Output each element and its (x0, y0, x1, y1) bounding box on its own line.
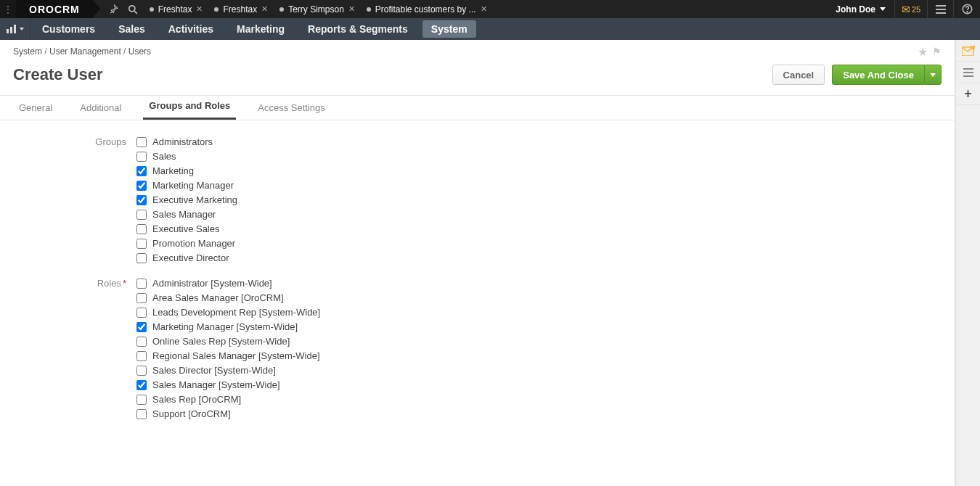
svg-line-1 (134, 10, 137, 13)
role-item[interactable]: Marketing Manager [System-Wide] (136, 321, 320, 332)
role-checkbox[interactable] (136, 380, 147, 390)
brand-logo[interactable]: OROCRM (16, 0, 93, 18)
open-tab[interactable]: Terry Simpson✕ (275, 0, 359, 18)
tab-label: Freshtax (158, 4, 192, 15)
role-label: Area Sales Manager [OroCRM] (152, 292, 284, 303)
group-item[interactable]: Marketing (136, 165, 237, 176)
svg-rect-3 (936, 9, 946, 10)
svg-rect-14 (963, 75, 973, 77)
svg-rect-12 (963, 68, 973, 70)
main-menu-item[interactable]: Customers (30, 23, 107, 35)
user-menu[interactable]: John Doe (827, 0, 894, 18)
group-item[interactable]: Executive Sales (136, 223, 237, 234)
role-checkbox[interactable] (136, 351, 147, 361)
hamburger-icon[interactable] (928, 0, 954, 18)
close-icon[interactable]: ✕ (196, 4, 203, 14)
page-tab[interactable]: General (13, 102, 58, 120)
role-item[interactable]: Online Sales Rep [System-Wide] (136, 336, 320, 347)
help-icon[interactable] (954, 0, 980, 18)
breadcrumb-link[interactable]: User Management (49, 46, 121, 57)
close-icon[interactable]: ✕ (481, 4, 487, 14)
save-dropdown-button[interactable] (924, 65, 942, 85)
group-label: Marketing Manager (152, 180, 234, 191)
main-menu-item[interactable]: Activities (157, 23, 225, 35)
close-icon[interactable]: ✕ (348, 4, 355, 14)
breadcrumb[interactable]: System / User Management / Users (13, 46, 151, 57)
required-marker: * (123, 278, 126, 289)
role-item[interactable]: Administrator [System-Wide] (136, 278, 320, 289)
group-checkbox[interactable] (136, 224, 147, 234)
role-item[interactable]: Leads Development Rep [System-Wide] (136, 307, 320, 318)
group-checkbox[interactable] (136, 137, 147, 147)
main-menu: CustomersSalesActivitiesMarketingReports… (0, 18, 980, 40)
role-checkbox[interactable] (136, 308, 147, 318)
role-checkbox[interactable] (136, 409, 147, 419)
group-label: Executive Sales (152, 223, 220, 234)
role-label: Marketing Manager [System-Wide] (152, 321, 298, 332)
main-menu-item[interactable]: Reports & Segments (296, 23, 420, 35)
open-tab[interactable]: Freshtax✕ (210, 0, 272, 18)
role-item[interactable]: Regional Sales Manager [System-Wide] (136, 350, 320, 361)
group-item[interactable]: Sales Manager (136, 209, 237, 220)
role-checkbox[interactable] (136, 322, 147, 332)
sidebar-list-icon[interactable] (956, 62, 980, 83)
role-item[interactable]: Support [OroCRM] (136, 408, 320, 419)
sidebar-mail-icon[interactable] (956, 40, 980, 62)
group-checkbox[interactable] (136, 210, 147, 220)
role-item[interactable]: Sales Director [System-Wide] (136, 365, 320, 376)
open-tab[interactable]: Profitable customers by ...✕ (362, 0, 491, 18)
group-checkbox[interactable] (136, 239, 147, 249)
role-checkbox[interactable] (136, 395, 147, 405)
cancel-button[interactable]: Cancel (772, 65, 825, 85)
dashboard-menu-icon[interactable] (0, 18, 30, 40)
close-icon[interactable]: ✕ (261, 4, 268, 14)
window-tab-bar: ⋮ OROCRM Freshtax✕Freshtax✕Terry Simpson… (0, 0, 980, 18)
role-label: Sales Rep [OroCRM] (152, 394, 241, 405)
group-checkbox[interactable] (136, 166, 147, 176)
groups-field-label: Groups (13, 136, 136, 263)
group-item[interactable]: Promotion Manager (136, 238, 237, 249)
notifications-button[interactable]: ✉ 25 (894, 0, 928, 18)
bookmark-icon[interactable]: ⚑ (932, 46, 942, 57)
page-tab[interactable]: Access Settings (252, 102, 331, 120)
group-checkbox[interactable] (136, 152, 147, 162)
group-checkbox[interactable] (136, 181, 147, 191)
tab-indicator-dot (150, 7, 154, 12)
role-checkbox[interactable] (136, 366, 147, 376)
sidebar-add-icon[interactable]: + (956, 83, 980, 105)
brand-separator (93, 0, 100, 17)
role-checkbox[interactable] (136, 293, 147, 303)
group-checkbox[interactable] (136, 195, 147, 205)
group-label: Marketing (152, 165, 194, 176)
roles-field-label: Roles* (13, 278, 136, 419)
page-tab[interactable]: Groups and Roles (143, 100, 236, 120)
open-tab[interactable]: Freshtax✕ (145, 0, 208, 18)
page-tab[interactable]: Additional (74, 102, 127, 120)
role-checkbox[interactable] (136, 279, 147, 289)
role-checkbox[interactable] (136, 337, 147, 347)
svg-rect-7 (7, 29, 9, 33)
save-and-close-button[interactable]: Save And Close (832, 65, 924, 85)
breadcrumb-link[interactable]: Users (128, 46, 151, 57)
group-item[interactable]: Executive Director (136, 252, 237, 263)
role-item[interactable]: Sales Rep [OroCRM] (136, 394, 320, 405)
search-icon[interactable] (123, 0, 142, 18)
user-name: John Doe (836, 4, 875, 15)
main-menu-item[interactable]: System (422, 20, 476, 38)
group-item[interactable]: Administrators (136, 136, 237, 147)
main-menu-item[interactable]: Sales (107, 23, 157, 35)
role-item[interactable]: Sales Manager [System-Wide] (136, 379, 320, 390)
group-item[interactable]: Executive Marketing (136, 194, 237, 205)
group-checkbox[interactable] (136, 253, 147, 263)
open-tabs: Freshtax✕Freshtax✕Terry Simpson✕Profitab… (142, 0, 491, 18)
role-label: Online Sales Rep [System-Wide] (152, 336, 290, 347)
favorite-star-icon[interactable]: ★ (918, 45, 928, 59)
group-label: Promotion Manager (152, 238, 235, 249)
chevron-down-icon (930, 73, 936, 77)
group-item[interactable]: Sales (136, 151, 237, 162)
breadcrumb-link[interactable]: System (13, 46, 42, 57)
role-item[interactable]: Area Sales Manager [OroCRM] (136, 292, 320, 303)
group-item[interactable]: Marketing Manager (136, 180, 237, 191)
main-menu-item[interactable]: Marketing (225, 23, 296, 35)
pin-icon[interactable] (105, 0, 123, 18)
